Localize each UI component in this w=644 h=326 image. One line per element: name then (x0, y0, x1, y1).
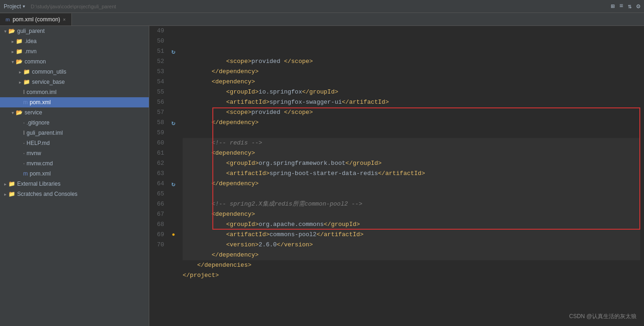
line-number-52: 52 (151, 56, 164, 67)
gutter-cell-67 (168, 209, 179, 219)
gutter-cell-52 (168, 56, 179, 67)
line-number-66: 66 (151, 199, 164, 209)
sidebar-item-scratches[interactable]: ▸📁Scratches and Consoles (0, 189, 149, 199)
sidebar-item-common_pom[interactable]: mpom.xml (0, 97, 149, 107)
folder-icon: · (23, 119, 25, 126)
line-number-53: 53 (151, 67, 164, 77)
folder-icon: I (23, 89, 25, 95)
sidebar-item-label: mvnw.cmd (26, 160, 53, 167)
sidebar: ▾📂guli_parent▸📁.idea▸📁.mvn▾📂common▸📁comm… (0, 26, 149, 326)
line-number-51: 51 (151, 46, 164, 56)
line-number-65: 65 (151, 189, 164, 199)
folder-icon: 📂 (8, 28, 15, 34)
tab-bar: m pom.xml (common) × (0, 13, 644, 26)
tab-close-button[interactable]: × (63, 17, 66, 22)
folder-icon: m (23, 99, 28, 106)
folder-icon: 📁 (8, 191, 15, 197)
sidebar-item-help_md[interactable]: ·HELP.md (0, 138, 149, 148)
sidebar-item-label: common.iml (26, 89, 57, 95)
sidebar-item-pom_xml[interactable]: mpom.xml (0, 169, 149, 179)
editor-area: 4950515253545556575859606162636465666768… (149, 26, 644, 326)
sidebar-item-guli_parent[interactable]: ▾📂guli_parent (0, 26, 149, 36)
code-line-61: </dependency> (183, 179, 640, 189)
code-line-65: <groupId>org.apache.commons</groupId> (183, 219, 640, 230)
code-line-53: <artifactId>springfox-swagger-ui</artifa… (183, 97, 640, 107)
gutter-cell-69[interactable]: ● (168, 230, 179, 240)
update-icon: ↻ (172, 180, 175, 188)
arrow-icon: ▸ (9, 49, 16, 54)
grid-icon[interactable]: ⊞ (611, 2, 614, 10)
sidebar-item-mvnw_cmd[interactable]: ·mvnw.cmd (0, 158, 149, 169)
gutter-cell-58[interactable]: ↻ (168, 118, 179, 128)
line-number-49: 49 (151, 26, 164, 36)
sidebar-item-common[interactable]: ▾📂common (0, 56, 149, 67)
folder-icon: m (23, 170, 28, 177)
arrow-icon: ▾ (2, 29, 8, 34)
sidebar-item-ext_libs[interactable]: ▸📁External Libraries (0, 179, 149, 189)
line-number-50: 50 (151, 36, 164, 46)
gutter-cell-68 (168, 219, 179, 230)
code-line-64: <dependency> (183, 209, 640, 219)
line-number-61: 61 (151, 148, 164, 158)
gutter-cell-50 (168, 36, 179, 46)
arrow-icon: ▾ (9, 110, 16, 115)
line-number-70: 70 (151, 240, 164, 250)
warning-icon: ● (172, 232, 175, 238)
folder-icon: · (23, 140, 25, 146)
line-number-54: 54 (151, 77, 164, 87)
line-number-63: 63 (151, 169, 164, 179)
code-line-63: <!-- spring2.X集成redis所需common-pool2 --> (183, 199, 640, 209)
sidebar-item-service[interactable]: ▾📂service (0, 107, 149, 118)
code-line-59: <groupId>org.springframework.boot</group… (183, 158, 640, 169)
line-number-58: 58 (151, 118, 164, 128)
gutter-cell-55 (168, 87, 179, 97)
sidebar-item-guli_parent_iml[interactable]: Iguli_parent.iml (0, 128, 149, 138)
arrow-icon: ▸ (9, 39, 16, 44)
sidebar-item-common_utils[interactable]: ▸📁common_utils (0, 67, 149, 77)
settings-icon[interactable]: ⚙ (637, 2, 640, 10)
gutter-cell-51[interactable]: ↻ (168, 46, 179, 56)
code-line-57: <!-- redis --> (183, 138, 640, 148)
arrow-icon: ▸ (2, 182, 8, 187)
gutter-cell-59 (168, 128, 179, 138)
sidebar-item-gitignore[interactable]: ·.gitignore (0, 118, 149, 128)
toolbar-icons: ⊞ ≡ ⇅ ⚙ (611, 2, 640, 10)
line-number-56: 56 (151, 97, 164, 107)
gutter-cell-66 (168, 199, 179, 209)
sidebar-item-label: common_utils (32, 69, 66, 75)
xml-tab-icon: m (6, 17, 10, 22)
sidebar-item-common_iml[interactable]: Icommon.iml (0, 87, 149, 97)
gutter-cell-64[interactable]: ↻ (168, 179, 179, 189)
update-icon: ↻ (172, 119, 175, 127)
code-container[interactable]: 4950515253545556575859606162636465666768… (149, 26, 644, 326)
main-layout: ▾📂guli_parent▸📁.idea▸📁.mvn▾📂common▸📁comm… (0, 26, 644, 326)
sidebar-item-label: guli_parent.iml (26, 130, 63, 136)
list-icon[interactable]: ≡ (619, 2, 623, 10)
watermark: CSDN @认真生活的灰太狼 (569, 313, 637, 320)
line-number-62: 62 (151, 158, 164, 169)
sidebar-item-mvn[interactable]: ▸📁.mvn (0, 46, 149, 56)
sidebar-item-service_base[interactable]: ▸📁service_base (0, 77, 149, 87)
sidebar-item-label: service_base (32, 79, 65, 85)
sidebar-item-mvnw_folder[interactable]: ·mvnw (0, 148, 149, 158)
arrow-icon: ▾ (9, 59, 16, 64)
line-numbers: 4950515253545556575859606162636465666768… (149, 26, 168, 326)
chevron-down-icon: ▾ (23, 4, 25, 9)
sidebar-item-label: .idea (25, 38, 37, 44)
sidebar-item-label: common (25, 58, 46, 65)
code-line-49: <scope>provided </scope> (183, 56, 640, 67)
active-tab[interactable]: m pom.xml (common) × (0, 13, 72, 25)
code-line-52: <groupId>io.springfox</groupId> (183, 87, 640, 97)
code-line-62 (183, 189, 640, 199)
code-wrapper: <scope>provided </scope> </dependency> <… (179, 26, 644, 326)
sidebar-item-idea[interactable]: ▸📁.idea (0, 36, 149, 46)
folder-icon: · (23, 160, 25, 167)
code-content[interactable]: <scope>provided </scope> </dependency> <… (179, 26, 644, 326)
folder-icon: 📂 (16, 109, 23, 116)
top-bar: Project ▾ D:\study\java\code\project\gul… (0, 0, 644, 13)
arrow-icon: ▸ (17, 80, 23, 85)
code-line-70: </project> (183, 270, 640, 281)
line-number-60: 60 (151, 138, 164, 148)
sidebar-item-label: Scratches and Consoles (17, 191, 77, 197)
sort-icon[interactable]: ⇅ (628, 2, 631, 10)
